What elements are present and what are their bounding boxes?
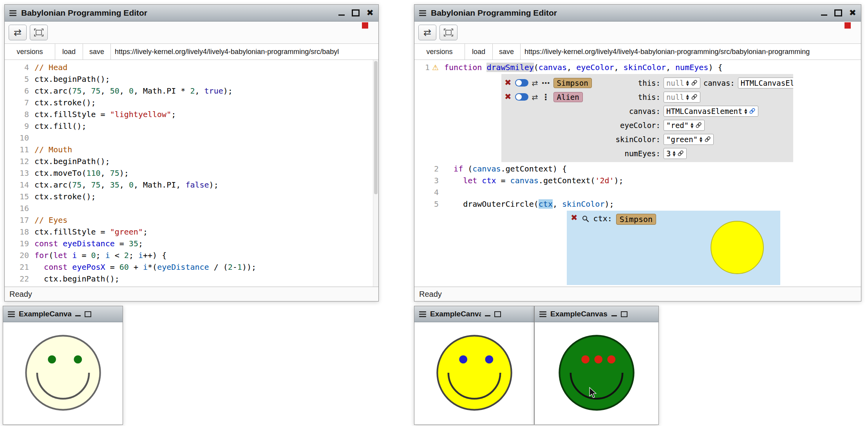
scrollbar-thumb[interactable] — [374, 61, 378, 194]
example-name-badge[interactable]: Alien — [553, 92, 583, 102]
code-line[interactable]: 4// Head — [5, 61, 378, 73]
vertical-scrollbar[interactable] — [373, 60, 378, 287]
code-line[interactable]: 12ctx.beginPath(); — [5, 155, 378, 167]
value-field[interactable]: 3▲▼ — [664, 148, 687, 159]
save-button[interactable]: save — [493, 44, 521, 60]
example-name-badge[interactable]: Simpson — [553, 78, 592, 88]
param-label: eyeColor: — [606, 121, 660, 130]
swap-button[interactable]: ⇄ — [9, 25, 27, 40]
value-field[interactable]: null▲▼ — [664, 92, 700, 103]
code-line[interactable]: 16 — [5, 202, 378, 214]
delete-example-button[interactable]: ✖ — [505, 93, 512, 101]
hamburger-icon[interactable] — [419, 311, 426, 317]
hamburger-icon[interactable] — [9, 10, 16, 16]
versions-button[interactable]: versions — [414, 44, 465, 60]
link-icon[interactable] — [749, 108, 756, 114]
code-line[interactable]: 5 drawOuterCircle(ctx, skinColor); — [414, 198, 861, 210]
value-stepper[interactable]: ▲▼ — [700, 136, 702, 143]
link-icon[interactable] — [695, 122, 702, 128]
example-widget-panel: ✖⇄⋯Simpsonthis:null▲▼canvas:HTMLCanvasEl… — [501, 74, 793, 162]
load-button[interactable]: load — [465, 44, 493, 60]
code-line[interactable]: 5ctx.beginPath(); — [5, 73, 378, 85]
value-stepper[interactable]: ▲▼ — [744, 108, 747, 114]
value-field[interactable]: HTMLCanvasElement▲▼ — [738, 78, 793, 88]
file-menu-row: versions load save https://lively-kernel… — [414, 43, 861, 60]
swap-icon[interactable]: ⇄ — [532, 93, 538, 101]
minimize-button[interactable] — [611, 315, 617, 316]
load-button[interactable]: load — [55, 44, 83, 60]
maximize-button[interactable] — [352, 9, 360, 16]
code-line[interactable]: 17// Eyes — [5, 214, 378, 226]
warning-icon[interactable]: ⚠ — [432, 64, 439, 71]
widget-row: eyeColor:"red"▲▼ — [505, 119, 790, 132]
toggle-switch[interactable] — [515, 79, 528, 87]
maximize-button[interactable] — [494, 311, 501, 317]
minimize-button[interactable] — [821, 14, 827, 16]
hamburger-icon[interactable] — [8, 311, 15, 317]
window-titlebar[interactable]: ExampleCanvas — [535, 306, 658, 322]
code-line[interactable]: 3 let ctx = canvas.getContext('2d'); — [414, 175, 861, 186]
code-line[interactable]: 14ctx.arc(75, 75, 35, 0, Math.PI, false)… — [5, 179, 378, 191]
code-line[interactable]: 6ctx.arc(75, 75, 50, 0, Math.PI * 2, tru… — [5, 85, 378, 97]
versions-button[interactable]: versions — [5, 44, 55, 60]
code-line[interactable]: 19const eyeDistance = 35; — [5, 238, 378, 249]
example-name-badge[interactable]: Simpson — [616, 214, 656, 225]
code-token: 75 — [72, 86, 81, 96]
window-titlebar[interactable]: Babylonian Programming Editor ✖ — [5, 5, 378, 22]
value-stepper[interactable]: ▲▼ — [673, 150, 675, 157]
close-button[interactable]: ✖ — [367, 9, 374, 17]
minimize-button[interactable] — [485, 315, 490, 316]
code-line[interactable]: 11// Mouth — [5, 144, 378, 155]
swap-icon[interactable]: ⇄ — [532, 79, 538, 87]
hamburger-icon[interactable] — [539, 311, 546, 317]
minimize-button[interactable] — [338, 14, 345, 16]
window-titlebar[interactable]: ExampleCanvas — [414, 306, 534, 322]
more-options-icon[interactable]: ⋯ — [542, 78, 550, 88]
code-line[interactable]: 13ctx.moveTo(110, 75); — [5, 167, 378, 179]
code-line[interactable]: 10 — [5, 132, 378, 144]
code-line[interactable]: 1⚠function drawSmiley(canvas, eyeColor, … — [414, 61, 861, 73]
delete-example-button[interactable]: ✖ — [505, 79, 512, 87]
close-button[interactable]: ✖ — [849, 9, 856, 17]
window-titlebar[interactable]: ExampleCanvas — [3, 306, 123, 322]
code-line[interactable]: 20for(let i = 0; i < 2; i++) { — [5, 249, 378, 261]
link-icon[interactable] — [691, 94, 698, 100]
swap-button[interactable]: ⇄ — [418, 25, 436, 40]
url-field[interactable]: https://lively-kernel.org/lively4/lively… — [111, 44, 378, 60]
more-options-icon[interactable]: ⋮ — [542, 92, 550, 102]
value-field[interactable]: "green"▲▼ — [664, 134, 714, 145]
code-line[interactable]: 8ctx.fillStyle = "lightyellow"; — [5, 108, 378, 120]
value-stepper[interactable]: ▲▼ — [691, 122, 693, 128]
inspect-icon[interactable] — [582, 215, 590, 223]
code-line[interactable]: 22 ctx.beginPath(); — [5, 273, 378, 285]
code-line[interactable]: 15ctx.stroke(); — [5, 191, 378, 202]
code-line[interactable]: 2 if (canvas.getContext) { — [414, 163, 861, 175]
save-button[interactable]: save — [83, 44, 111, 60]
value-field[interactable]: HTMLCanvasElement▲▼ — [664, 106, 758, 117]
code-line[interactable]: 18ctx.fillStyle = "green"; — [5, 226, 378, 238]
link-icon[interactable] — [704, 136, 711, 143]
url-field[interactable]: https://lively-kernel.org/lively4/lively… — [521, 44, 861, 60]
code-editor[interactable]: 4// Head5ctx.beginPath();6ctx.arc(75, 75… — [5, 60, 378, 287]
link-icon[interactable] — [677, 150, 684, 157]
code-line[interactable]: 4 — [414, 186, 861, 198]
value-field[interactable]: null▲▼ — [664, 78, 700, 88]
maximize-button[interactable] — [834, 9, 842, 16]
toggle-switch[interactable] — [515, 93, 528, 101]
link-icon[interactable] — [691, 79, 698, 86]
frame-button[interactable] — [30, 25, 48, 40]
hamburger-icon[interactable] — [419, 10, 426, 16]
maximize-button[interactable] — [85, 311, 91, 317]
value-stepper[interactable]: ▲▼ — [686, 94, 689, 100]
window-titlebar[interactable]: Babylonian Programming Editor ✖ — [414, 5, 861, 22]
code-line[interactable]: 21 const eyePosX = 60 + i*(eyeDistance /… — [5, 261, 378, 273]
maximize-button[interactable] — [621, 311, 627, 317]
frame-button[interactable] — [439, 25, 458, 40]
code-line[interactable]: 9ctx.fill(); — [5, 120, 378, 132]
delete-probe-button[interactable]: ✖ — [571, 214, 578, 222]
value-field[interactable]: "red"▲▼ — [664, 120, 705, 131]
minimize-button[interactable] — [75, 315, 81, 316]
value-stepper[interactable]: ▲▼ — [686, 80, 689, 86]
code-editor[interactable]: 1⚠function drawSmiley(canvas, eyeColor, … — [414, 60, 861, 287]
code-line[interactable]: 7ctx.stroke(); — [5, 97, 378, 108]
